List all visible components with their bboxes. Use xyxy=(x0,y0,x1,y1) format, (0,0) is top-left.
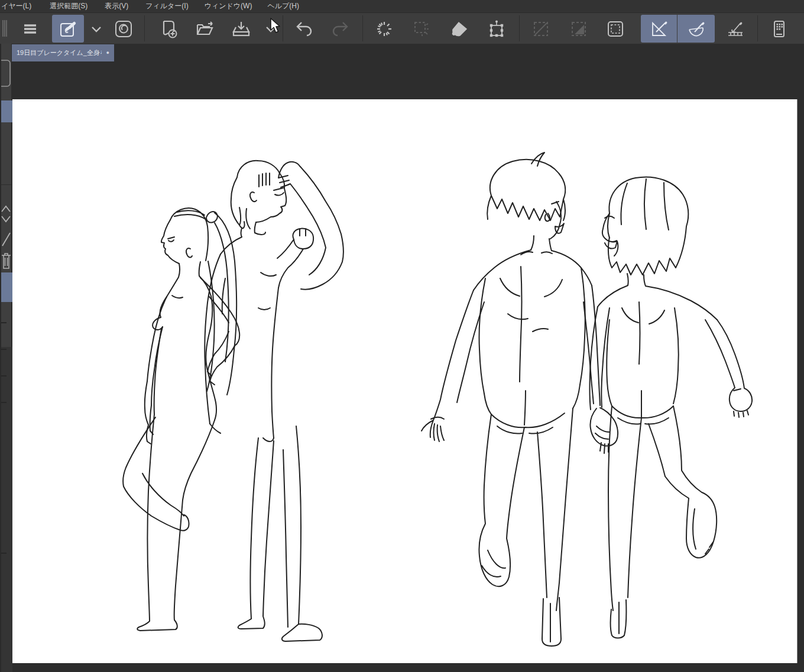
spiral-logo-icon xyxy=(114,20,133,38)
select-from-layer-button[interactable] xyxy=(408,15,435,43)
triangle-ruler-pen-icon xyxy=(649,19,669,39)
border-square-icon xyxy=(605,19,625,39)
menu-item-selection[interactable]: 選択範囲(S) xyxy=(50,1,87,11)
toolbar-separator xyxy=(757,15,758,41)
deselect-button[interactable] xyxy=(527,15,555,43)
document-tab[interactable]: 19日目ブレークタイム_全身を描こう* ● xyxy=(12,44,114,61)
left-panel-tick xyxy=(1,553,7,554)
menu-item-layer[interactable]: イヤー(L) xyxy=(1,1,31,11)
snap-to-special-ruler-button[interactable] xyxy=(677,15,715,43)
dashed-square-burst-icon xyxy=(411,19,432,39)
pen-box-icon xyxy=(59,20,77,38)
snap-to-grid-button[interactable] xyxy=(722,15,749,43)
auto-select-button[interactable] xyxy=(371,15,398,43)
tablet-icon xyxy=(769,19,789,39)
trash-icon[interactable] xyxy=(1,252,11,271)
figure-woman-back-view xyxy=(590,177,753,638)
toolbar-grip-handle[interactable] xyxy=(2,19,8,38)
sparkle-burst-icon xyxy=(374,19,394,39)
undo-button[interactable] xyxy=(290,15,317,43)
left-panel-tick xyxy=(1,375,7,376)
unsaved-changes-indicator: ● xyxy=(106,50,109,56)
dashed-square-slash-icon xyxy=(531,19,551,39)
current-tool-button[interactable] xyxy=(52,15,84,43)
figure-man-back-view xyxy=(422,152,618,646)
save-tray-icon xyxy=(231,19,251,39)
main-menu-button[interactable] xyxy=(17,15,44,43)
menu-item-help[interactable]: ヘルプ(H) xyxy=(267,1,299,11)
current-tool-dropdown-button[interactable] xyxy=(84,15,109,43)
menu-bar: イヤー(L) 選択範囲(S) 表示(V) フィルター(I) ウィンドウ(W) ヘ… xyxy=(0,0,804,12)
expand-selection-button[interactable] xyxy=(602,15,629,43)
command-bar xyxy=(0,12,804,44)
chevron-down-icon xyxy=(89,22,103,36)
figure-man-saluting xyxy=(205,161,343,641)
snap-to-ruler-button[interactable] xyxy=(641,15,677,43)
left-panel-tick xyxy=(1,402,7,403)
chevron-down-icon xyxy=(264,22,278,36)
toolbar-separator xyxy=(144,15,145,41)
figure-line-art xyxy=(12,99,797,663)
open-file-button[interactable] xyxy=(192,15,219,43)
left-panel-tick xyxy=(1,322,7,323)
left-panel-lower-strip xyxy=(1,347,12,672)
redo-button[interactable] xyxy=(327,15,354,43)
menu-item-filter[interactable]: フィルター(I) xyxy=(145,1,188,11)
page-plus-icon xyxy=(159,19,179,39)
slash-icon[interactable] xyxy=(1,231,11,248)
dashed-square-triangle-icon xyxy=(569,19,589,39)
new-canvas-button[interactable] xyxy=(155,15,183,43)
left-panel-selected-item[interactable] xyxy=(1,272,12,302)
transform-button[interactable] xyxy=(483,15,510,43)
left-panel-selected-item[interactable] xyxy=(1,100,12,122)
invert-selection-button[interactable] xyxy=(565,15,592,43)
toolbar-separator xyxy=(519,15,520,41)
companion-mode-button[interactable] xyxy=(766,15,793,43)
document-tab-bar: 19日目ブレークタイム_全身を描こう* ● xyxy=(0,44,804,61)
left-panel-tick xyxy=(1,349,7,350)
figure-woman-profile xyxy=(123,208,239,631)
redo-arrow-icon xyxy=(330,19,351,39)
expander-chevrons-icon[interactable] xyxy=(1,203,11,225)
clip-studio-home-button[interactable] xyxy=(110,15,137,43)
save-dropdown-button[interactable] xyxy=(258,15,283,43)
tool-box-icon[interactable] xyxy=(1,59,11,87)
curve-ruler-pen-icon xyxy=(686,19,706,39)
left-panel-separator xyxy=(1,184,12,185)
toolbar-separator xyxy=(362,15,363,41)
toolbar-separator xyxy=(283,15,283,41)
fill-button[interactable] xyxy=(446,15,473,43)
save-button[interactable] xyxy=(228,15,255,43)
collapsed-tool-panel xyxy=(0,44,11,672)
grid-pen-icon xyxy=(725,19,745,39)
paint-bucket-icon xyxy=(449,19,469,39)
hamburger-icon xyxy=(22,21,38,37)
menu-item-window[interactable]: ウィンドウ(W) xyxy=(205,1,252,11)
menu-item-view[interactable]: 表示(V) xyxy=(105,1,128,11)
document-tab-title: 19日目ブレークタイム_全身を描こう* xyxy=(17,48,102,57)
clip-studio-paint-window: { "app": { "name": "Clip Studio Paint" }… xyxy=(0,0,804,672)
undo-arrow-icon xyxy=(294,19,314,39)
folder-open-icon xyxy=(195,19,215,39)
transform-handles-icon xyxy=(487,19,507,39)
drawing-canvas[interactable] xyxy=(12,99,797,663)
